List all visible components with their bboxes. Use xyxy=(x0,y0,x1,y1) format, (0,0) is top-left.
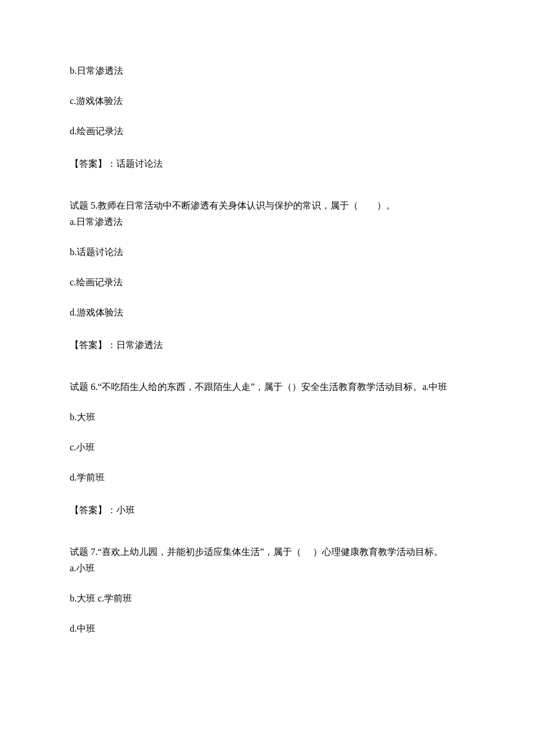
q6-option-b: b.大班 xyxy=(70,410,465,424)
q4-option-d: d.绘画记录法 xyxy=(70,124,465,138)
q5-option-d: d.游戏体验法 xyxy=(70,306,465,320)
q6-option-d: d.学前班 xyxy=(70,471,465,485)
q7-option-a: a.小班 xyxy=(70,561,465,575)
q7-option-d: d.中班 xyxy=(70,622,465,636)
q5-option-a: a.日常渗透法 xyxy=(70,215,465,229)
q4-option-b: b.日常渗透法 xyxy=(70,64,465,78)
q4-option-c: c.游戏体验法 xyxy=(70,94,465,108)
q7-stem: 试题 7.“喜欢上幼儿园，并能初步适应集体生活”，属于（ ）心理健康教育教学活动… xyxy=(70,545,465,559)
q5-stem: 试题 5.教师在日常活动中不断渗透有关身体认识与保护的常识，属于（ ）。 xyxy=(70,199,465,213)
q5-answer: 【答案】：日常渗透法 xyxy=(70,338,465,352)
q7-option-b-c: b.大班 c.学前班 xyxy=(70,592,465,605)
q6-option-c: c.小班 xyxy=(70,440,465,454)
q4-answer: 【答案】：话题讨论法 xyxy=(70,157,465,171)
q6-answer: 【答案】：小班 xyxy=(70,503,465,517)
q5-option-c: c.绘画记录法 xyxy=(70,275,465,289)
q6-stem: 试题 6.“不吃陌生人给的东西，不跟陌生人走”，属于（）安全生活教育教学活动目标… xyxy=(70,380,465,394)
document-page: b.日常渗透法 c.游戏体验法 d.绘画记录法 【答案】：话题讨论法 试题 5.… xyxy=(0,0,535,756)
q5-option-b: b.话题讨论法 xyxy=(70,245,465,259)
